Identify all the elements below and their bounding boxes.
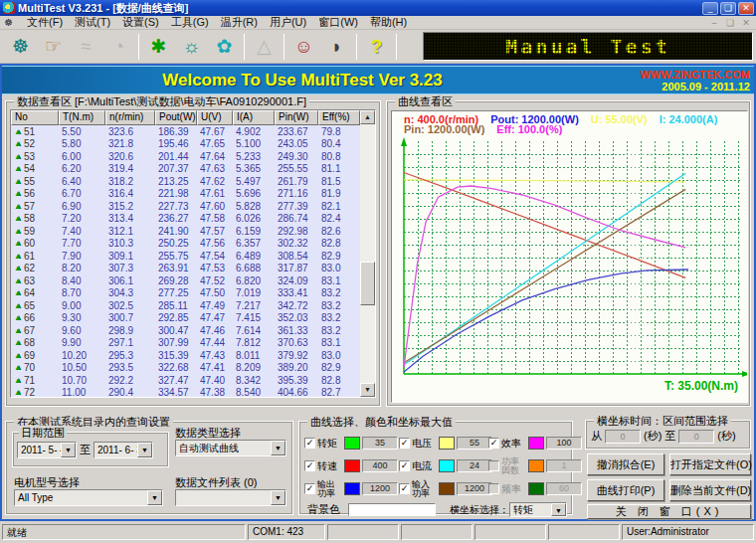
column-header[interactable]: Pin(W): [275, 110, 318, 125]
toolbar-button[interactable]: ☞: [37, 32, 70, 61]
toolbar-button[interactable]: ☼: [175, 32, 208, 61]
checkbox[interactable]: ✓: [399, 460, 410, 471]
table-row[interactable]: ▲587.20313.4236.2747.586.026286.7482.4: [11, 213, 375, 226]
column-header[interactable]: Eff(%): [318, 110, 360, 125]
checkbox[interactable]: [488, 483, 499, 494]
menu-item[interactable]: 用户(U): [264, 16, 312, 28]
checkbox[interactable]: ✓: [399, 438, 410, 449]
menu-item[interactable]: 测试(T): [69, 16, 116, 28]
toolbar-button[interactable]: △: [248, 32, 281, 61]
data-type-combo[interactable]: 自动测试曲线 ▼: [175, 440, 286, 456]
print-curve-button[interactable]: 曲线打印(P): [587, 479, 664, 501]
chevron-down-icon[interactable]: ▼: [147, 490, 162, 505]
time-to-input[interactable]: 0: [678, 430, 714, 444]
axis-max-input[interactable]: 55: [457, 437, 492, 450]
axis-max-input[interactable]: 1200: [457, 482, 492, 495]
table-row[interactable]: ▲6910.20295.3315.3947.438.011379.9283.0: [11, 349, 375, 362]
table-row[interactable]: ▲556.40318.2213.2547.625.497261.7981.5: [11, 175, 375, 188]
time-from-input[interactable]: 0: [605, 430, 641, 444]
toolbar-button[interactable]: ✱: [142, 32, 175, 61]
bg-color-swatch[interactable]: [348, 503, 436, 516]
table-row[interactable]: ▲597.40312.1241.9047.576.159292.9882.6: [11, 225, 375, 238]
axis-max-input[interactable]: 60: [546, 482, 582, 495]
delete-file-button[interactable]: 删除当前文件(D): [669, 479, 751, 501]
checkbox[interactable]: ✓: [304, 438, 315, 449]
toolbar-button[interactable]: ✿: [208, 32, 241, 61]
table-row[interactable]: ▲617.90309.1255.7547.546.489308.5482.9: [11, 250, 375, 263]
color-swatch[interactable]: [528, 437, 544, 450]
table-row[interactable]: ▲7010.50293.5322.6847.418.209389.2082.9: [11, 362, 375, 375]
table-row[interactable]: ▲607.70310.3250.2547.566.357302.3282.8: [11, 238, 375, 251]
color-swatch[interactable]: [528, 459, 544, 472]
close-button[interactable]: ✕: [738, 2, 754, 15]
table-row[interactable]: ▲669.30300.7292.8547.477.415352.0383.2: [11, 312, 375, 325]
column-header[interactable]: U(V): [197, 110, 233, 125]
column-header[interactable]: No: [11, 110, 59, 125]
toolbar-button[interactable]: ☺: [287, 32, 320, 61]
toolbar-button[interactable]: ◔: [102, 32, 135, 61]
table-row[interactable]: ▲648.70304.3277.2547.507.019333.4183.2: [11, 287, 375, 300]
chevron-down-icon[interactable]: ▼: [271, 441, 285, 455]
axis-max-input[interactable]: 1200: [362, 482, 398, 495]
toolbar-button[interactable]: ☸: [4, 32, 37, 61]
menu-item[interactable]: 文件(F): [21, 16, 69, 28]
table-row[interactable]: ▲536.00320.6201.4447.645.233249.3080.8: [11, 150, 375, 163]
chevron-down-icon[interactable]: ▼: [271, 490, 285, 505]
table-row[interactable]: ▲566.70316.4221.9847.615.696271.1681.9: [11, 188, 375, 201]
column-header[interactable]: Pout(W): [155, 110, 197, 125]
mdi-close-icon[interactable]: ✕: [740, 18, 752, 28]
menu-item[interactable]: 窗口(W): [312, 16, 364, 28]
menu-item[interactable]: 设置(S): [116, 16, 165, 28]
color-swatch[interactable]: [439, 437, 455, 450]
motor-type-combo[interactable]: All Type ▼: [14, 489, 163, 506]
axis-max-input[interactable]: 24: [457, 459, 492, 472]
checkbox[interactable]: ✓: [488, 438, 499, 449]
axis-max-input[interactable]: 1: [546, 459, 582, 472]
color-swatch[interactable]: [439, 482, 455, 495]
table-row[interactable]: ▲689.90297.1307.9947.447.812370.6383.1: [11, 337, 375, 350]
chevron-down-icon[interactable]: ▼: [551, 503, 566, 516]
checkbox[interactable]: [488, 460, 499, 471]
toolbar-button[interactable]: ≈: [70, 32, 102, 61]
close-window-button[interactable]: 关 闭 窗 口(X): [587, 504, 751, 519]
column-header[interactable]: T(N.m): [59, 110, 105, 125]
table-row[interactable]: ▲679.60298.9300.4747.467.614361.3383.2: [11, 324, 375, 337]
color-swatch[interactable]: [344, 482, 360, 495]
restore-button[interactable]: ❏: [720, 2, 736, 15]
xaxis-select-combo[interactable]: 转矩 ▼: [509, 502, 567, 517]
axis-max-input[interactable]: 100: [546, 437, 582, 450]
toolbar-button[interactable]: ?: [360, 32, 393, 61]
table-row[interactable]: ▲576.90315.2227.7347.605.828277.3982.1: [11, 200, 375, 213]
menu-item[interactable]: 工具(G): [165, 16, 215, 28]
axis-max-input[interactable]: 400: [362, 459, 398, 472]
undo-fit-button[interactable]: 撤消拟合(E): [587, 453, 664, 475]
checkbox[interactable]: ✓: [304, 460, 315, 471]
minimize-button[interactable]: _: [702, 2, 718, 15]
table-row[interactable]: ▲628.20307.3263.9147.536.688317.8783.0: [11, 263, 375, 275]
chevron-down-icon[interactable]: ▼: [137, 443, 152, 457]
table-row[interactable]: ▲7211.00290.4334.5747.388.540404.6682.7: [11, 387, 375, 398]
table-row[interactable]: ▲525.80321.8195.4647.655.100243.0580.4: [11, 138, 375, 151]
mdi-system-icon[interactable]: ☸: [4, 17, 15, 28]
chevron-down-icon[interactable]: ▼: [61, 443, 76, 457]
menu-item[interactable]: 温升(R): [215, 16, 264, 28]
color-swatch[interactable]: [439, 459, 455, 472]
checkbox[interactable]: ✓: [304, 483, 315, 494]
file-list-combo[interactable]: ▼: [175, 489, 286, 506]
column-header[interactable]: I(A): [233, 110, 275, 125]
menu-item[interactable]: 帮助(H): [364, 16, 413, 28]
table-row[interactable]: ▲515.50323.6186.3947.674.902233.6779.8: [11, 125, 375, 138]
axis-max-input[interactable]: 35: [362, 437, 398, 450]
toolbar-button[interactable]: ◗: [320, 32, 353, 61]
table-row[interactable]: ▲638.40306.1269.2847.526.820324.0983.1: [11, 274, 375, 287]
scroll-thumb[interactable]: [360, 262, 375, 305]
mdi-restore-icon[interactable]: ❏: [724, 18, 736, 28]
checkbox[interactable]: ✓: [399, 483, 410, 494]
scroll-up-icon[interactable]: ▲: [360, 110, 375, 124]
open-file-button[interactable]: 打开指定文件(O): [669, 453, 751, 475]
color-swatch[interactable]: [344, 459, 360, 472]
scroll-down-icon[interactable]: ▼: [360, 383, 375, 397]
color-swatch[interactable]: [528, 482, 544, 495]
date-from-combo[interactable]: 2011- 5- 4 ▼: [17, 442, 77, 458]
date-to-combo[interactable]: 2011- 6- 3 ▼: [94, 442, 153, 458]
